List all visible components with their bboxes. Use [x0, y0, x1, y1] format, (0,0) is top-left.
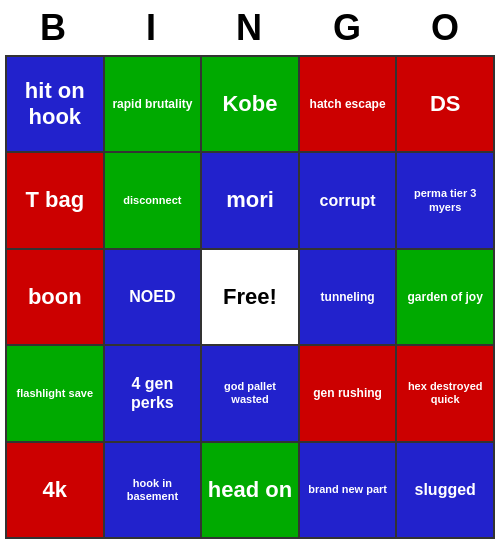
cell-14[interactable]: garden of joy — [397, 250, 493, 344]
header-o: O — [401, 7, 491, 49]
cell-16[interactable]: 4 gen perks — [105, 346, 201, 440]
header-n: N — [205, 7, 295, 49]
cell-24[interactable]: slugged — [397, 443, 493, 537]
header-b: B — [9, 7, 99, 49]
cell-3[interactable]: hatch escape — [300, 57, 396, 151]
cell-10[interactable]: boon — [7, 250, 103, 344]
cell-11[interactable]: NOED — [105, 250, 201, 344]
cell-12[interactable]: Free! — [202, 250, 298, 344]
bingo-grid: hit on hookrapid brutalityKobehatch esca… — [5, 55, 495, 539]
cell-2[interactable]: Kobe — [202, 57, 298, 151]
cell-20[interactable]: 4k — [7, 443, 103, 537]
cell-13[interactable]: tunneling — [300, 250, 396, 344]
cell-9[interactable]: perma tier 3 myers — [397, 153, 493, 247]
cell-15[interactable]: flashlight save — [7, 346, 103, 440]
cell-7[interactable]: mori — [202, 153, 298, 247]
cell-22[interactable]: head on — [202, 443, 298, 537]
cell-1[interactable]: rapid brutality — [105, 57, 201, 151]
cell-0[interactable]: hit on hook — [7, 57, 103, 151]
cell-23[interactable]: brand new part — [300, 443, 396, 537]
cell-17[interactable]: god pallet wasted — [202, 346, 298, 440]
header-g: G — [303, 7, 393, 49]
bingo-header: B I N G O — [5, 0, 495, 55]
cell-5[interactable]: T bag — [7, 153, 103, 247]
cell-18[interactable]: gen rushing — [300, 346, 396, 440]
cell-19[interactable]: hex destroyed quick — [397, 346, 493, 440]
header-i: I — [107, 7, 197, 49]
cell-21[interactable]: hook in basement — [105, 443, 201, 537]
cell-8[interactable]: corrupt — [300, 153, 396, 247]
cell-4[interactable]: DS — [397, 57, 493, 151]
cell-6[interactable]: disconnect — [105, 153, 201, 247]
